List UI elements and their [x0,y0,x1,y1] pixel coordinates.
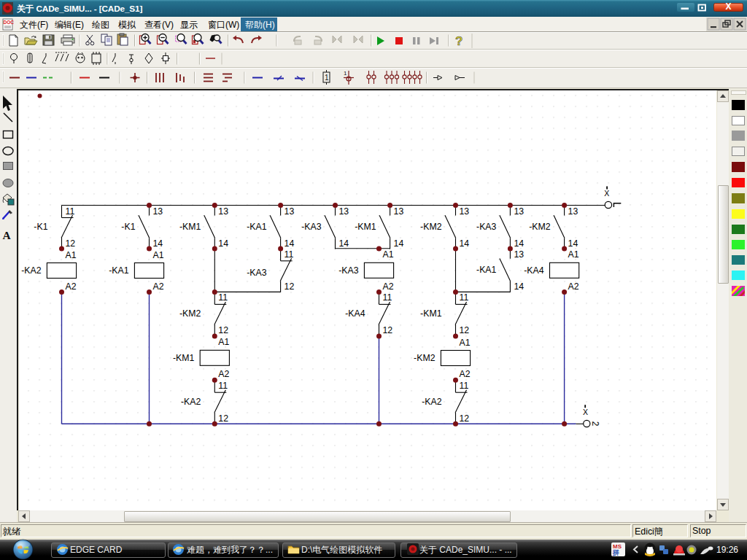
svg-text:2: 2 [590,421,600,427]
svg-text:13: 13 [568,206,578,217]
svg-text:14: 14 [285,238,295,249]
svg-text:11: 11 [218,292,228,303]
svg-text:11: 11 [66,206,75,217]
svg-text:11: 11 [285,249,294,260]
svg-text:A1: A1 [383,249,394,260]
svg-text:14: 14 [153,238,163,249]
svg-text:A1: A1 [153,250,164,260]
svg-text:12: 12 [285,281,295,292]
svg-text:-KA3: -KA3 [301,222,321,232]
svg-text:A1: A1 [460,338,471,348]
svg-text:X: X [583,408,588,416]
svg-text:14: 14 [394,238,404,249]
svg-text:A2: A2 [460,369,471,379]
svg-text:拼: 拼 [612,549,619,556]
svg-text:12: 12 [66,238,76,249]
svg-text:A2: A2 [218,369,229,379]
svg-text:11: 11 [460,292,469,303]
svg-text:13: 13 [394,206,404,217]
svg-text:12: 12 [383,325,393,335]
svg-text:-KA1: -KA1 [476,265,496,275]
svg-text:-KA1: -KA1 [247,222,266,232]
svg-text:A2: A2 [568,281,579,292]
svg-text:-KM2: -KM2 [420,222,442,232]
svg-text:-KM1: -KM1 [355,222,376,232]
svg-text:-KA2: -KA2 [181,397,201,407]
svg-text:A2: A2 [153,281,164,292]
svg-text:13: 13 [514,249,524,260]
svg-text:X: X [604,189,609,198]
svg-text:-KA1: -KA1 [109,265,128,276]
svg-text:11: 11 [218,381,228,391]
svg-text:-KM2: -KM2 [414,353,436,363]
svg-text:A2: A2 [383,281,394,292]
svg-text:13: 13 [218,206,228,217]
svg-text:-KA2: -KA2 [21,265,41,276]
svg-text:13: 13 [514,206,524,217]
svg-text:14: 14 [514,238,524,249]
svg-text:-K1: -K1 [34,222,47,232]
svg-text:-KA4: -KA4 [345,308,365,319]
svg-text:-KA3: -KA3 [338,265,358,276]
svg-text:11: 11 [460,381,469,391]
svg-text:13: 13 [153,206,163,217]
svg-text:A2: A2 [66,281,77,292]
svg-text:14: 14 [339,238,349,249]
svg-text:-K1: -K1 [121,222,135,232]
svg-text:12: 12 [460,413,470,424]
svg-text:-KA3: -KA3 [476,222,496,232]
svg-text:12: 12 [218,413,228,424]
svg-text:13: 13 [460,206,470,217]
svg-text:13: 13 [339,206,349,217]
svg-text:-KM1: -KM1 [173,353,195,363]
svg-text:A1: A1 [568,249,579,260]
svg-text:12: 12 [460,325,470,335]
svg-text:-KM1: -KM1 [179,222,201,232]
svg-text:-KA4: -KA4 [524,265,543,276]
svg-text:14: 14 [514,281,524,292]
svg-text:-KM1: -KM1 [420,308,442,319]
svg-text:14: 14 [460,238,470,249]
svg-text:13: 13 [285,206,295,217]
svg-text:12: 12 [218,325,228,335]
svg-text:14: 14 [218,238,228,249]
svg-text:-KA3: -KA3 [247,268,266,278]
svg-text:-KM2: -KM2 [529,222,551,232]
svg-text:A1: A1 [66,250,77,260]
svg-text:11: 11 [383,292,392,303]
svg-text:A1: A1 [218,337,229,347]
svg-text:-KM2: -KM2 [179,308,201,319]
svg-text:14: 14 [568,238,578,249]
svg-text:-KA2: -KA2 [422,397,441,407]
